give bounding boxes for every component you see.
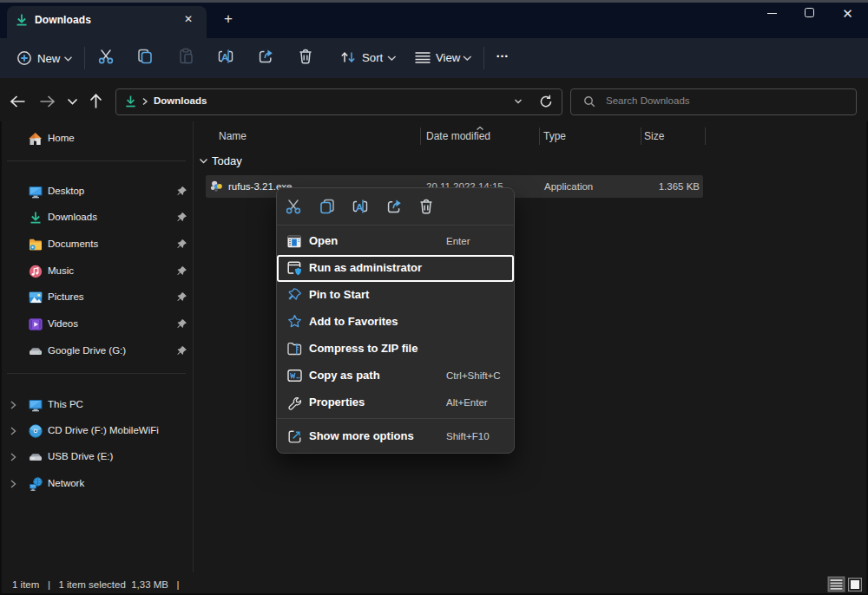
- svg-text:A: A: [356, 202, 363, 212]
- svg-text:View: View: [436, 51, 461, 64]
- svg-text:Sort: Sort: [362, 51, 384, 64]
- svg-text:New: New: [37, 52, 61, 65]
- svg-text:A: A: [221, 52, 228, 62]
